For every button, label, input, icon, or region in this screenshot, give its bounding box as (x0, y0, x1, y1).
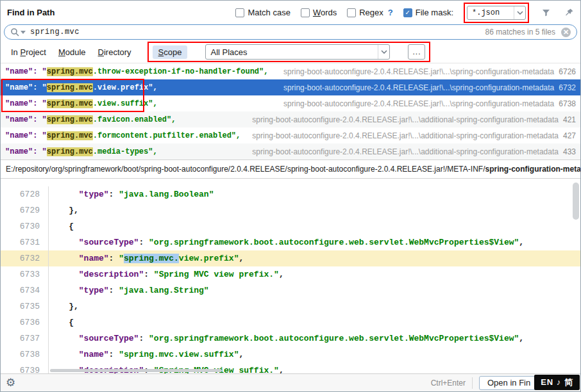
match-case-option[interactable]: Match case (235, 8, 290, 17)
file-mask-combobox[interactable]: *.json (467, 6, 526, 20)
search-row: spring.mvc 86 matches in 5 files ✕ (1, 24, 580, 41)
code-line[interactable]: 6733"description": "Spring MVC view pref… (1, 266, 580, 282)
match-count: 86 matches in 5 files (485, 28, 555, 37)
code-line[interactable]: 6736{ (1, 314, 580, 331)
code-line[interactable]: 6737"sourceType": "org.springframework.b… (1, 331, 580, 347)
search-history-chevron-icon[interactable] (21, 31, 26, 34)
scope-tab-module[interactable]: Module (57, 45, 87, 59)
regex-option[interactable]: Regex ? (347, 8, 393, 17)
result-match-highlight: spring.mvc (47, 83, 93, 92)
line-number: 6733 (1, 266, 49, 282)
regex-label: Regex (359, 8, 383, 17)
result-row[interactable]: "name": "spring.mvc.throw-exception-if-n… (1, 63, 580, 79)
code-text: { (49, 218, 74, 234)
result-key: "name": " (5, 67, 47, 76)
match-case-label: Match case (248, 8, 290, 17)
line-number: 6734 (1, 282, 49, 298)
code-line[interactable]: 6728"type": "java.lang.Boolean" (1, 186, 580, 202)
result-match-highlight: spring.mvc (47, 131, 93, 140)
clear-search-icon[interactable]: ✕ (561, 28, 571, 37)
divider (472, 377, 473, 389)
code-line[interactable]: 6732"name": "spring.mvc.view.prefix", (1, 250, 580, 266)
scope-value: All Places (206, 47, 378, 57)
code-text: }, (49, 298, 79, 314)
result-match-highlight: spring.mvc (47, 99, 93, 108)
result-key: "name": " (5, 99, 47, 108)
gear-icon[interactable]: ⚙ (6, 377, 15, 388)
dialog-title: Find in Path (7, 8, 55, 17)
line-number: 6735 (1, 298, 49, 314)
words-label: Words (313, 8, 337, 17)
result-row[interactable]: "name": "spring.mvc.media-types",spring-… (1, 143, 580, 159)
result-file-path: spring-boot-autoconfigure-2.0.4.RELEASE.… (252, 131, 559, 140)
shortcut-hint: Ctrl+Enter (431, 379, 466, 388)
ime-language-badge[interactable]: EN ♪ 简 (534, 375, 580, 390)
code-line[interactable]: 6729}, (1, 202, 580, 218)
result-row[interactable]: "name": "spring.mvc.view.prefix",spring-… (1, 79, 580, 95)
result-rest: .favicon.enabled", (93, 115, 176, 124)
horizontal-scrollbar-thumb[interactable] (50, 369, 222, 372)
annotation-box-file-mask: *.json (464, 3, 529, 23)
scope-bar: In ProjectModuleDirectory Scope All Plac… (1, 41, 580, 63)
file-mask-checkbox[interactable]: ✓ (403, 8, 412, 17)
find-in-path-dialog: Find in Path Match case Words Regex ? ✓ … (0, 0, 581, 392)
line-number: 6739 (1, 363, 49, 373)
preview-file-path: E:/repository/org/springframework/boot/s… (1, 159, 580, 179)
match-case-checkbox[interactable] (235, 8, 244, 17)
chevron-down-icon[interactable] (378, 45, 389, 59)
search-input[interactable]: spring.mvc 86 matches in 5 files ✕ (4, 24, 577, 40)
words-checkbox[interactable] (301, 8, 310, 17)
result-row[interactable]: "name": "spring.mvc.favicon.enabled",spr… (1, 111, 580, 127)
words-option[interactable]: Words (301, 8, 337, 17)
editor-lines: 6728"type": "java.lang.Boolean"6729},673… (1, 186, 580, 373)
result-row[interactable]: "name": "spring.mvc.formcontent.putfilte… (1, 127, 580, 143)
code-text: "type": "java.lang.Boolean" (49, 186, 214, 202)
result-match-highlight: spring.mvc (47, 115, 93, 124)
result-match-highlight: spring.mvc (47, 67, 93, 76)
file-path-bold-text: spring-configuration-metada (485, 165, 580, 174)
line-number: 6736 (1, 314, 49, 331)
scope-tab-project[interactable]: In Project (10, 45, 47, 59)
annotation-box-scope: Scope All Places ... (147, 42, 431, 62)
result-line-number: 421 (563, 115, 580, 124)
result-file-path: spring-boot-autoconfigure-2.0.4.RELEASE.… (252, 147, 559, 156)
code-line[interactable]: 6734"type": "java.lang.String" (1, 282, 580, 298)
line-number: 6737 (1, 331, 49, 347)
line-number: 6729 (1, 202, 49, 218)
code-text: "type": "java.lang.String" (49, 282, 209, 298)
result-match-highlight: spring.mvc (47, 147, 93, 156)
code-line[interactable]: 6731"sourceType": "org.springframework.b… (1, 234, 580, 250)
code-line[interactable]: 6738"name": "spring.mvc.view.suffix", (1, 347, 580, 363)
file-mask-label: File mask: (416, 8, 453, 17)
selected-scope-tab-host: Scope (153, 45, 188, 59)
scope-tab-directory[interactable]: Directory (97, 45, 133, 59)
regex-checkbox[interactable] (347, 8, 356, 17)
code-line[interactable]: 6735}, (1, 298, 580, 314)
pin-icon[interactable] (562, 6, 575, 19)
result-key: "name": " (5, 131, 47, 140)
search-icon (10, 28, 19, 37)
result-line-number: 433 (563, 147, 580, 156)
scope-tab-scope[interactable]: Scope (153, 45, 188, 59)
code-text: "sourceType": "org.springframework.boot.… (49, 331, 524, 347)
chevron-down-icon[interactable] (514, 6, 525, 19)
more-scopes-button[interactable]: ... (408, 44, 425, 60)
regex-help-link[interactable]: ? (388, 8, 393, 17)
scope-combobox[interactable]: All Places (205, 44, 390, 60)
file-mask-option[interactable]: ✓ File mask: (403, 8, 453, 17)
line-number: 6731 (1, 234, 49, 250)
result-key: "name": " (5, 83, 47, 92)
result-row[interactable]: "name": "spring.mvc.view.suffix",spring-… (1, 95, 580, 111)
vertical-scrollbar-thumb[interactable] (573, 183, 579, 220)
search-options: Match case Words Regex ? ✓ File mask: *.… (235, 3, 575, 23)
scope-tabs: In ProjectModuleDirectory (10, 45, 133, 59)
filter-icon[interactable] (539, 6, 552, 19)
result-rest: .view.prefix", (93, 83, 158, 92)
result-file-path: spring-boot-autoconfigure-2.0.4.RELEASE.… (252, 115, 559, 124)
result-file-path: spring-boot-autoconfigure-2.0.4.RELEASE.… (283, 67, 554, 76)
preview-editor[interactable]: 6728"type": "java.lang.Boolean"6729},673… (1, 179, 580, 373)
code-text: "sourceType": "org.springframework.boot.… (49, 234, 524, 250)
code-line[interactable]: 6730{ (1, 218, 580, 234)
results-list: "name": "spring.mvc.throw-exception-if-n… (1, 63, 580, 159)
code-text: "description": "Spring MVC view prefix."… (49, 266, 284, 282)
